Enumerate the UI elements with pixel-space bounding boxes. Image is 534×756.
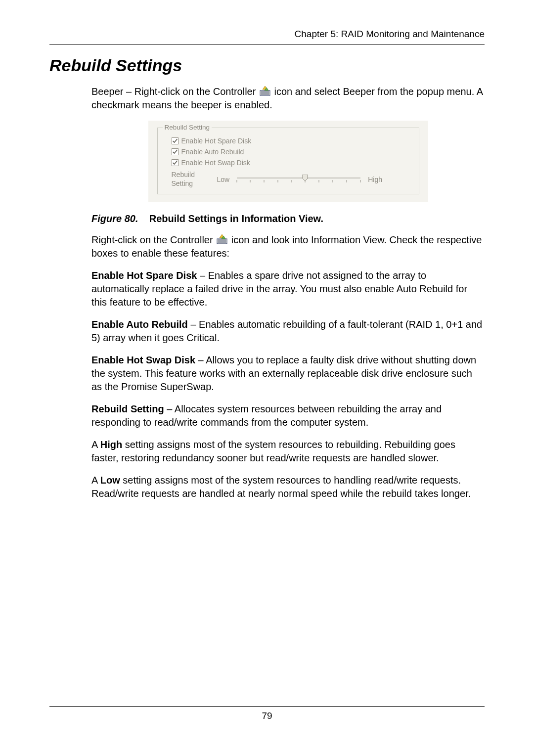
- controller-icon: [260, 86, 270, 96]
- p7-prefix: A: [91, 439, 100, 450]
- rebuild-label-line1: Rebuild: [172, 171, 195, 178]
- p7-body: setting assigns most of the system resou…: [91, 439, 455, 463]
- slider-thumb-icon[interactable]: [303, 175, 308, 181]
- p8-body: setting assigns most of the system resou…: [91, 475, 471, 499]
- figure-title: Rebuild Settings in Information View.: [149, 213, 323, 224]
- rebuild-setting-fieldset: Rebuild Setting Enable Hot Spare Disk: [157, 128, 419, 194]
- paragraph-low-setting: A Low setting assigns most of the system…: [91, 474, 485, 500]
- checkbox-icon[interactable]: [172, 159, 178, 166]
- checkbox-row-hot-swap-disk: Enable Hot Swap Disk: [172, 159, 412, 167]
- rebuild-slider-label: Rebuild Setting: [172, 171, 217, 188]
- figure-caption: Figure 80. Rebuild Settings in Informati…: [91, 213, 485, 224]
- rebuild-label-line2: Setting: [172, 179, 193, 187]
- slider-min-label: Low: [217, 176, 230, 183]
- p2-prefix: Right-click on the Controller: [91, 234, 216, 245]
- p4-lead: Enable Auto Rebuild: [91, 319, 188, 330]
- paragraph-enable-hot-spare-disk: Enable Hot Spare Disk – Enables a spare …: [91, 269, 485, 309]
- p8-prefix: A: [91, 475, 100, 486]
- paragraph-enable-hot-swap-disk: Enable Hot Swap Disk – Allows you to rep…: [91, 354, 485, 394]
- controller-icon: [217, 234, 227, 244]
- rebuild-setting-panel: Rebuild Setting Enable Hot Spare Disk: [148, 121, 428, 202]
- p8-lead: Low: [100, 475, 120, 486]
- fieldset-legend: Rebuild Setting: [163, 124, 212, 131]
- header-chapter: Chapter 5: RAID Monitoring and Maintenan…: [49, 29, 485, 45]
- figure-number: Figure 80.: [91, 213, 138, 224]
- paragraph-high-setting: A High setting assigns most of the syste…: [91, 438, 485, 465]
- paragraph-enable-auto-rebuild: Enable Auto Rebuild – Enables automatic …: [91, 318, 485, 345]
- checkbox-label: Enable Auto Rebuild: [181, 148, 244, 156]
- svg-rect-21: [217, 239, 227, 244]
- paragraph-rebuild-setting-def: Rebuild Setting – Allocates system resou…: [91, 402, 485, 429]
- section-title: Rebuild Settings: [49, 56, 485, 75]
- page-footer: 79: [49, 706, 485, 721]
- checkbox-icon[interactable]: [172, 137, 178, 144]
- slider-max-label: High: [368, 176, 382, 183]
- intro-prefix: Beeper – Right-click on the Controller: [91, 86, 259, 97]
- checkbox-row-hot-spare-disk: Enable Hot Spare Disk: [172, 137, 412, 145]
- intro-paragraph: Beeper – Right-click on the Controller i…: [91, 85, 485, 112]
- p5-lead: Enable Hot Swap Disk: [91, 355, 195, 365]
- checkbox-label: Enable Hot Spare Disk: [181, 137, 252, 145]
- svg-rect-0: [260, 90, 270, 95]
- p6-lead: Rebuild Setting: [91, 403, 164, 414]
- rebuild-slider[interactable]: [234, 175, 363, 184]
- paragraph-right-click: Right-click on the Controller icon and l…: [91, 233, 485, 260]
- checkbox-icon[interactable]: [172, 148, 178, 155]
- rebuild-setting-panel-wrap: Rebuild Setting Enable Hot Spare Disk: [91, 121, 485, 202]
- checkbox-row-auto-rebuild: Enable Auto Rebuild: [172, 148, 412, 156]
- page-number: 79: [262, 711, 272, 721]
- checkbox-label: Enable Hot Swap Disk: [181, 159, 250, 167]
- rebuild-slider-row: Rebuild Setting Low: [172, 171, 412, 188]
- p7-lead: High: [100, 439, 122, 450]
- p3-lead: Enable Hot Spare Disk: [91, 270, 197, 281]
